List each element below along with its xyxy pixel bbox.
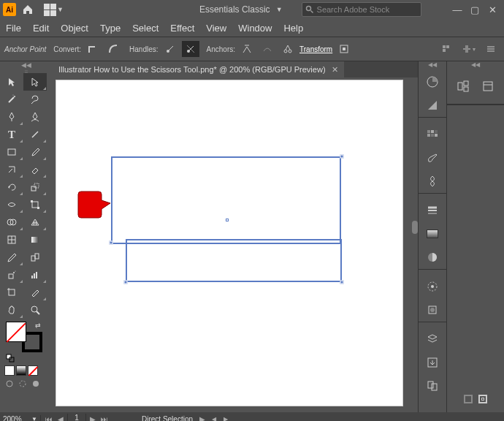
shape-builder-tool[interactable] (0, 213, 23, 231)
anchor-point-icon[interactable] (124, 281, 128, 284)
menu-window[interactable]: Window (238, 23, 272, 34)
canvas[interactable] (53, 77, 418, 412)
brushes-panel-icon[interactable] (421, 146, 443, 170)
document-tab[interactable]: Illustrator How to Use the Scissors Tool… (53, 61, 344, 77)
artboards-panel-icon[interactable] (421, 374, 443, 398)
convert-corner-button[interactable] (84, 41, 102, 57)
pen-tool[interactable] (0, 108, 23, 126)
home-icon[interactable] (22, 4, 34, 15)
mesh-tool[interactable] (0, 231, 23, 249)
default-fill-stroke-icon[interactable] (6, 354, 53, 363)
transparency-panel-icon[interactable] (421, 246, 443, 269)
menu-effect[interactable]: Effect (170, 23, 194, 34)
asset-export-panel-icon[interactable] (421, 351, 443, 374)
first-artboard-button[interactable]: ⏮ (44, 414, 54, 421)
selected-rectangle-bottom[interactable] (126, 239, 342, 282)
graphic-styles-panel-icon[interactable] (421, 298, 443, 322)
fill-swatch[interactable] (6, 322, 26, 342)
status-next-mini[interactable]: ▶ (221, 414, 231, 421)
anchor-point-icon[interactable] (110, 241, 113, 245)
column-graph-tool[interactable] (23, 266, 47, 284)
swatches-panel-icon[interactable] (421, 123, 443, 146)
anchor-point-icon[interactable] (340, 155, 344, 159)
paintbrush-tool[interactable] (23, 143, 47, 161)
color-guide-panel-icon[interactable] (421, 94, 443, 117)
artboard-tool[interactable] (0, 284, 23, 301)
menu-file[interactable]: File (6, 23, 21, 34)
gradient-mode-button[interactable] (16, 365, 26, 376)
minimize-button[interactable]: — (448, 2, 466, 17)
remove-anchor-button[interactable] (238, 41, 256, 57)
rotate-tool[interactable] (0, 178, 23, 196)
line-segment-tool[interactable] (23, 126, 47, 143)
menu-object[interactable]: Object (61, 23, 88, 34)
next-artboard-button[interactable]: ▶ (88, 414, 98, 421)
layers-panel-icon[interactable] (421, 327, 443, 351)
blend-tool[interactable] (23, 249, 47, 266)
draw-normal-icon[interactable] (4, 379, 15, 389)
menu-type[interactable]: Type (100, 23, 121, 34)
appearance-panel-icon[interactable] (421, 275, 443, 298)
rectangle-tool[interactable] (0, 143, 23, 161)
scale-tool[interactable] (23, 178, 47, 196)
swap-fill-stroke-icon[interactable]: ⇄ (35, 322, 41, 329)
status-play-button[interactable]: ▶ (197, 414, 207, 421)
curvature-tool[interactable] (23, 108, 47, 126)
draw-behind-icon[interactable] (18, 379, 28, 389)
menu-view[interactable]: View (206, 23, 226, 34)
zoom-tool[interactable] (23, 301, 47, 319)
eraser-tool[interactable] (23, 161, 47, 178)
color-mode-button[interactable] (4, 365, 15, 376)
navigator-view-icon[interactable] (478, 395, 487, 403)
vertical-scrollbar[interactable] (412, 221, 418, 234)
right-options-icon[interactable] (482, 41, 500, 57)
last-artboard-button[interactable]: ⏭ (99, 414, 110, 421)
show-handles-button[interactable] (161, 41, 179, 57)
properties-panel-icon[interactable] (454, 77, 473, 96)
panel-collapse-handle[interactable]: ◀◀ (447, 61, 504, 67)
none-mode-button[interactable] (28, 365, 38, 376)
selected-rectangle-top[interactable] (111, 156, 341, 244)
fill-stroke-display[interactable]: ⇄ (6, 322, 42, 352)
perspective-grid-tool[interactable] (23, 213, 47, 231)
prev-artboard-button[interactable]: ◀ (56, 414, 66, 421)
close-tab-icon[interactable]: ✕ (332, 65, 338, 75)
transform-link[interactable]: Transform (297, 45, 335, 53)
selection-tool[interactable] (0, 73, 23, 91)
eyedropper-tool[interactable] (0, 249, 23, 266)
status-prev-mini[interactable]: ◀ (209, 414, 219, 421)
workspace-switcher[interactable]: Essentials Classic ▼ (195, 2, 287, 17)
gradient-panel-icon[interactable] (421, 222, 443, 246)
stroke-panel-icon[interactable] (421, 199, 443, 222)
lasso-tool[interactable] (23, 91, 47, 108)
panel-collapse-handle[interactable]: ◀◀ (419, 61, 446, 67)
anchor-point-icon[interactable] (340, 281, 344, 284)
width-tool[interactable] (0, 196, 23, 213)
gradient-tool[interactable] (23, 231, 47, 249)
libraries-panel-icon[interactable] (478, 77, 497, 96)
symbols-panel-icon[interactable] (421, 170, 443, 193)
direct-selection-tool[interactable] (23, 73, 47, 91)
zoom-level-input[interactable]: 200% ▼ (0, 415, 41, 422)
tools-collapse-handle[interactable]: ◀◀ (0, 61, 53, 69)
align-to-icon[interactable]: ▼ (460, 41, 478, 57)
color-panel-icon[interactable] (421, 70, 443, 94)
hand-tool[interactable] (0, 301, 23, 319)
align-options-icon[interactable] (438, 41, 456, 57)
connect-path-button[interactable] (259, 41, 276, 57)
hide-handles-button[interactable] (182, 41, 199, 57)
free-transform-tool[interactable] (23, 196, 47, 213)
arrange-documents-button[interactable]: ▼ (44, 4, 64, 16)
navigator-thumbnail-icon[interactable] (464, 395, 473, 403)
stock-search-input[interactable]: Search Adobe Stock (302, 2, 421, 17)
shaper-tool[interactable] (0, 161, 23, 178)
close-button[interactable]: ✕ (484, 2, 501, 17)
cut-path-button[interactable] (279, 41, 297, 57)
maximize-button[interactable]: ▢ (466, 2, 484, 17)
artboard-number-input[interactable]: 1 (67, 414, 86, 421)
menu-select[interactable]: Select (132, 23, 159, 34)
magic-wand-tool[interactable] (0, 91, 23, 108)
slice-tool[interactable] (23, 284, 47, 301)
convert-smooth-button[interactable] (104, 41, 122, 57)
type-tool[interactable]: T (0, 126, 23, 143)
